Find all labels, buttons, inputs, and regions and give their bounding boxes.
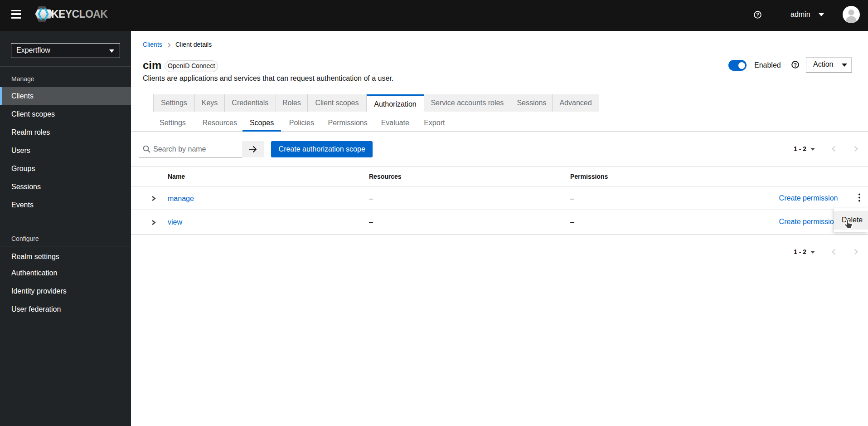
svg-text:?: ? bbox=[756, 12, 759, 17]
svg-text:KEYCLOAK: KEYCLOAK bbox=[51, 8, 108, 20]
svg-text:?: ? bbox=[794, 62, 797, 68]
